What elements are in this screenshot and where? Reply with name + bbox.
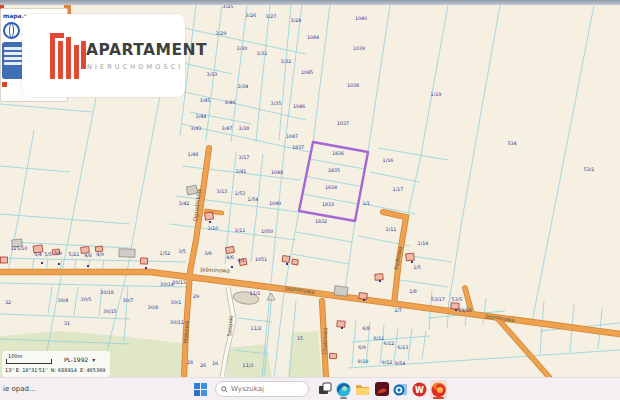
building-footprint <box>406 253 415 261</box>
parcel-label: 1/54 <box>248 197 259 202</box>
parcel-label: 1/11 <box>386 227 397 232</box>
geo-coordinates: 13'' E: 18°31'51'' <box>5 367 48 373</box>
address-point <box>363 299 365 301</box>
parcel-label: 30/13 <box>172 280 186 285</box>
parcel-label: 1833 <box>322 202 334 207</box>
parcel-label: 1/17 <box>393 187 404 192</box>
parcel-label: 6/12 <box>384 341 395 346</box>
address-point <box>58 263 60 265</box>
parcel-label: 3/28 <box>291 18 302 23</box>
firefox-icon[interactable] <box>430 380 447 399</box>
parcel-label: 1037 <box>337 121 349 126</box>
parcel-label: 1038 <box>347 83 359 88</box>
easting-value: E: 465369 <box>80 367 106 373</box>
parcel-label: 3/35 <box>271 101 282 106</box>
search-input[interactable] <box>231 385 295 393</box>
taskbar-search[interactable] <box>215 381 309 397</box>
building-footprint <box>375 274 383 281</box>
chevron-down-icon[interactable]: ▾ <box>92 356 95 364</box>
windows-taskbar: ie opad... W <box>0 377 620 400</box>
parcel-label: 15 <box>297 336 303 341</box>
weather-widget[interactable]: ie opad... <box>3 385 36 393</box>
parcel-label: 1048 <box>271 170 283 175</box>
parcel-label: 1047 <box>286 134 298 139</box>
parcel-label: 1039 <box>353 46 365 51</box>
parcel-label: 1836 <box>332 151 344 156</box>
parcel-label: 31 <box>64 321 70 326</box>
parcel-label: 325/10 <box>11 246 28 251</box>
address-point <box>231 266 233 268</box>
parcel-label: 4/6 <box>226 255 234 260</box>
parcel-label: 1050 <box>261 229 273 234</box>
parcel-label: 4/1 <box>237 258 245 263</box>
address-point <box>209 221 211 223</box>
parcel-label: 1/52 <box>160 251 171 256</box>
building-footprint <box>204 212 213 220</box>
crs-selector[interactable]: PL-1992 <box>64 356 88 364</box>
parcel-label: 3/29 <box>216 31 227 36</box>
building-footprint <box>292 259 299 265</box>
parcel-label: 9/12 <box>382 360 393 365</box>
pinned-app-dark-icon[interactable] <box>373 380 390 399</box>
building-footprint <box>1 257 8 263</box>
building-footprint <box>140 258 147 264</box>
desktop-screen: 3/253/263/273/283/293/303/313/323/333/34… <box>0 0 620 400</box>
parcel-label: 3/13 <box>217 189 228 194</box>
parcel-label: 3/26 <box>246 13 257 18</box>
parcel-label: 3/47 <box>222 126 233 131</box>
parcel-label: 1045 <box>301 70 313 75</box>
address-point <box>411 261 413 263</box>
task-view-icon[interactable] <box>316 380 333 399</box>
parcel-label: 5/4 <box>34 252 42 257</box>
logo-subtitle: NIERUCHOMOŚCI <box>87 63 183 71</box>
parcel-label: 3/32 <box>281 59 292 64</box>
parcel-label: 26 <box>200 363 206 368</box>
start-button[interactable] <box>193 382 208 397</box>
parcel-label: 3/27 <box>266 14 277 19</box>
building-footprint <box>329 353 336 358</box>
parcel-label: 1834 <box>325 185 337 190</box>
building-footprint <box>334 286 348 297</box>
parcel-label: 1/5 <box>413 265 421 270</box>
parcel-label: 3/41 <box>236 169 247 174</box>
parcel-label: 1049 <box>269 201 281 206</box>
parcel-label: 1/53 <box>235 191 246 196</box>
vegetation-area <box>288 331 322 378</box>
parcel-label: 30/1 <box>171 300 182 305</box>
parcel-label: 3/46 <box>225 100 236 105</box>
parcel-label: 30/8 <box>148 305 159 310</box>
address-point <box>87 265 89 267</box>
building-footprint <box>226 246 235 253</box>
parcel-label: 1/8 <box>409 289 417 294</box>
parcel-label: 3/34 <box>238 84 249 89</box>
parcel-label: 1/16 <box>383 158 394 163</box>
parcel-label: 1835 <box>328 168 340 173</box>
outlook-icon[interactable] <box>392 380 409 399</box>
parcel-label: 3/30 <box>237 46 248 51</box>
parcel-label: 11/2 <box>251 326 262 331</box>
address-point <box>145 267 147 269</box>
parcel-label: 534 <box>507 141 516 146</box>
parcel-label: 1/19 <box>431 92 442 97</box>
edge-icon[interactable] <box>335 380 352 399</box>
building-footprint <box>119 249 135 258</box>
parcel-label: 3/17 <box>239 155 250 160</box>
parcel-label: 3/6 <box>204 251 212 256</box>
globe-icon <box>3 22 20 39</box>
scale-bar: 100m <box>6 354 52 364</box>
address-point <box>341 327 343 329</box>
parcel-label: 3/11 <box>235 228 246 233</box>
parcel-label: 1832 <box>315 219 327 224</box>
parcel-label: 5/5 <box>44 252 52 257</box>
pinned-app-red-icon[interactable]: W <box>411 380 428 399</box>
parcel-label: 6/9 <box>358 345 366 350</box>
parcel-label: 28 <box>187 360 193 365</box>
coordinates-readout: 13'' E: 18°31'51'' N: 688914 E: 465369 <box>2 367 110 373</box>
parcel-label: 3/25 <box>223 5 234 9</box>
building-footprint <box>359 292 368 299</box>
parcel-label: 53/5 <box>452 297 463 302</box>
parcel-label: 53/16 <box>458 308 472 313</box>
parcel-label: 4/9 <box>96 252 104 257</box>
file-explorer-icon[interactable] <box>354 380 371 399</box>
northing-value: N: 688914 <box>51 367 77 373</box>
